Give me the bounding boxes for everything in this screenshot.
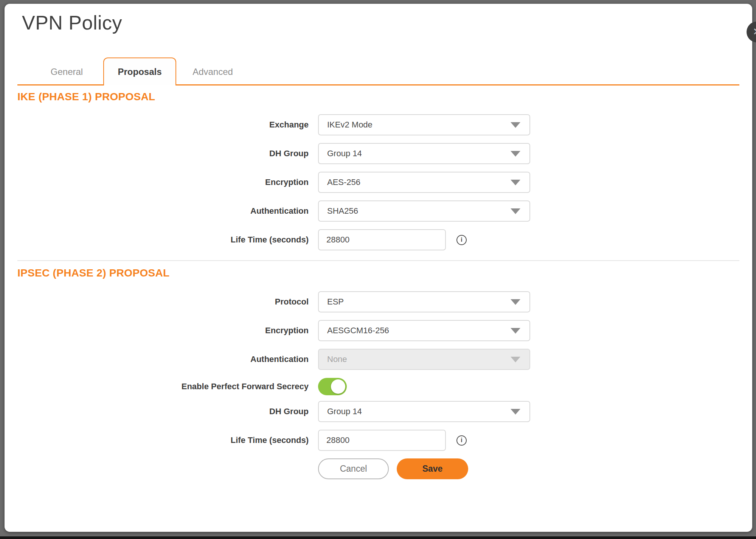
ipsec-dh-group-value: Group 14 [327, 407, 362, 416]
chevron-down-icon [511, 409, 520, 415]
ike-life-time-label: Life Time (seconds) [17, 235, 309, 245]
chevron-down-icon [511, 151, 520, 157]
ipsec-encryption-label: Encryption [17, 326, 309, 336]
screen-bottom-edge [0, 536, 756, 539]
ipsec-authentication-value: None [327, 354, 347, 364]
ike-dh-group-select[interactable]: Group 14 [318, 143, 530, 164]
chevron-down-icon [511, 299, 520, 305]
ipsec-authentication-label: Authentication [17, 354, 309, 364]
tab-proposals-label: Proposals [118, 67, 161, 77]
ike-authentication-value: SHA256 [327, 206, 358, 216]
ipsec-encryption-row: Encryption AESGCM16-256 [17, 320, 739, 341]
chevron-down-icon [511, 208, 520, 214]
ike-phase1-form: Exchange IKEv2 Mode DH Group Group 14 En… [17, 114, 739, 250]
close-button[interactable]: ✕ [747, 22, 756, 42]
ike-authentication-row: Authentication SHA256 [17, 200, 739, 222]
chevron-down-icon [511, 180, 520, 185]
pfs-row: Enable Perfect Forward Secrecy [17, 377, 739, 396]
info-icon-glyph: i [461, 437, 462, 444]
ike-dh-group-label: DH Group [17, 149, 309, 158]
ike-encryption-row: Encryption AES-256 [17, 172, 739, 193]
exchange-value: IKEv2 Mode [327, 120, 373, 130]
close-icon: ✕ [753, 27, 756, 37]
protocol-select[interactable]: ESP [318, 291, 530, 312]
info-icon[interactable]: i [456, 235, 467, 245]
tab-advanced[interactable]: Advanced [176, 59, 249, 84]
ike-dh-group-value: Group 14 [327, 149, 362, 158]
dialog-footer: Cancel Save [17, 458, 739, 479]
ike-authentication-label: Authentication [17, 206, 309, 216]
ipsec-phase2-form: Protocol ESP Encryption AESGCM16-256 Aut… [17, 291, 739, 451]
exchange-row: Exchange IKEv2 Mode [17, 114, 739, 135]
chevron-down-icon [511, 122, 520, 128]
ike-dh-group-row: DH Group Group 14 [17, 143, 739, 164]
ipsec-life-time-label: Life Time (seconds) [17, 435, 309, 445]
info-icon[interactable]: i [456, 435, 467, 446]
ike-life-time-input[interactable] [318, 229, 446, 250]
ike-authentication-select[interactable]: SHA256 [318, 200, 530, 222]
toggle-knob [331, 379, 345, 394]
ipsec-encryption-select[interactable]: AESGCM16-256 [318, 320, 530, 341]
tab-proposals[interactable]: Proposals [103, 57, 176, 85]
ipsec-phase2-heading: IPSEC (PHASE 2) PROPOSAL [17, 267, 739, 279]
ipsec-life-time-row: Life Time (seconds) i [17, 430, 739, 451]
ipsec-encryption-value: AESGCM16-256 [327, 326, 389, 336]
ipsec-dh-group-label: DH Group [17, 407, 309, 416]
pfs-label: Enable Perfect Forward Secrecy [17, 382, 309, 391]
chevron-down-icon [511, 357, 520, 362]
protocol-value: ESP [327, 297, 344, 307]
vpn-policy-dialog: ✕ VPN Policy General Proposals Advanced … [5, 4, 752, 532]
save-button[interactable]: Save [397, 458, 468, 479]
ipsec-authentication-row: Authentication None [17, 349, 739, 370]
tab-advanced-label: Advanced [192, 67, 233, 77]
tab-general-label: General [51, 67, 83, 77]
tab-bar: General Proposals Advanced [17, 57, 739, 85]
exchange-label: Exchange [17, 120, 309, 130]
ike-phase1-heading: IKE (PHASE 1) PROPOSAL [17, 91, 739, 103]
pfs-toggle[interactable] [318, 378, 347, 395]
chevron-down-icon [511, 328, 520, 334]
protocol-row: Protocol ESP [17, 291, 739, 312]
ike-encryption-select[interactable]: AES-256 [318, 172, 530, 193]
exchange-select[interactable]: IKEv2 Mode [318, 114, 530, 135]
ipsec-dh-group-select[interactable]: Group 14 [318, 401, 530, 422]
ipsec-authentication-select-disabled: None [318, 349, 530, 370]
ike-life-time-row: Life Time (seconds) i [17, 229, 739, 250]
cancel-button[interactable]: Cancel [318, 458, 389, 479]
page-title: VPN Policy [22, 11, 739, 34]
ike-encryption-value: AES-256 [327, 177, 360, 187]
protocol-label: Protocol [17, 297, 309, 307]
section-divider [17, 260, 739, 261]
ike-encryption-label: Encryption [17, 177, 309, 187]
tab-general[interactable]: General [30, 59, 103, 84]
ipsec-life-time-input[interactable] [318, 430, 446, 451]
ipsec-dh-group-row: DH Group Group 14 [17, 401, 739, 422]
info-icon-glyph: i [461, 236, 462, 243]
